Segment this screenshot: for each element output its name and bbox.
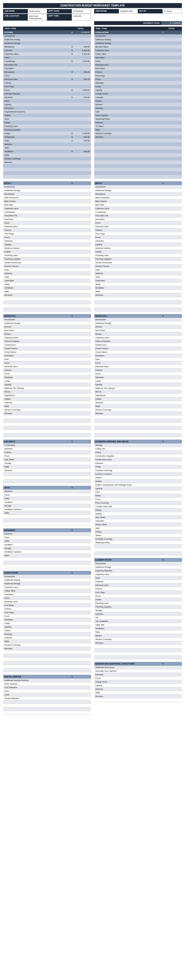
item-value[interactable]	[71, 329, 91, 332]
blank-line-item[interactable]	[94, 143, 182, 146]
blank-line-item[interactable]	[3, 415, 91, 419]
blank-line-item[interactable]	[94, 419, 182, 423]
item-value[interactable]	[161, 228, 182, 232]
line-item[interactable]: Shower Fixtures	[94, 264, 182, 268]
line-item[interactable]: Accessories	[3, 185, 91, 189]
item-value[interactable]	[71, 157, 91, 161]
item-value[interactable]	[161, 512, 182, 515]
line-item[interactable]: Lamps	[3, 622, 91, 625]
item-value[interactable]	[71, 682, 91, 686]
line-item[interactable]: Doors	[94, 60, 182, 63]
item-value[interactable]	[71, 74, 91, 78]
line-item[interactable]: Garage Doors	[94, 680, 182, 684]
item-value[interactable]	[71, 578, 91, 582]
line-item[interactable]: Plants	[94, 494, 182, 498]
item-value[interactable]	[161, 447, 182, 451]
item-value[interactable]	[161, 365, 182, 368]
item-value[interactable]	[161, 318, 182, 321]
line-item[interactable]: Coffee Table	[3, 589, 91, 593]
item-value[interactable]	[161, 695, 182, 698]
item-value[interactable]	[161, 343, 182, 347]
blank-line-item[interactable]	[94, 645, 182, 648]
line-item[interactable]: Windows	[3, 293, 91, 297]
line-item[interactable]: Demolition	[3, 354, 91, 358]
item-value[interactable]	[71, 647, 91, 651]
item-value[interactable]	[71, 451, 91, 454]
line-item[interactable]: End Tables	[94, 67, 182, 70]
line-item[interactable]: Additional Entry Doors	[94, 666, 182, 669]
line-item[interactable]: Floors	[3, 536, 91, 539]
line-item[interactable]: Bureau	[3, 332, 91, 336]
line-item[interactable]: Switches	[3, 272, 91, 275]
line-item[interactable]: Walls	[3, 640, 91, 643]
line-item[interactable]: Decorative Tile	[94, 214, 182, 218]
line-item[interactable]: Ventilation	[3, 286, 91, 290]
line-item[interactable]: Mirrors	[94, 390, 182, 394]
line-item[interactable]: Closet Doors	[94, 343, 182, 347]
item-value[interactable]	[71, 257, 91, 261]
item-value[interactable]	[161, 483, 182, 487]
item-value[interactable]	[71, 390, 91, 394]
line-item[interactable]: Tile Installation	[94, 620, 182, 623]
line-item[interactable]: Outlets	[94, 598, 182, 601]
item-value[interactable]	[71, 290, 91, 293]
item-value[interactable]	[161, 587, 182, 591]
line-item[interactable]: Hardware	[94, 81, 182, 85]
item-value[interactable]	[71, 618, 91, 622]
item-value[interactable]	[71, 189, 91, 192]
line-item[interactable]: Outlets	[3, 397, 91, 401]
line-item[interactable]: Ventilation	[94, 286, 182, 290]
item-value[interactable]	[161, 325, 182, 329]
blank-line-item[interactable]	[94, 415, 182, 419]
line-item[interactable]: Toilet	[3, 275, 91, 279]
line-item[interactable]: Armoire	[3, 325, 91, 329]
line-item[interactable]: Tables	[94, 534, 182, 537]
item-value[interactable]	[71, 192, 91, 196]
blank-line-item[interactable]	[3, 565, 91, 568]
line-item[interactable]: Furniture Cushions	[94, 473, 182, 476]
item-value[interactable]	[71, 550, 91, 554]
line-item[interactable]: Gutters, Downspouts, and Drainage Areas	[94, 483, 182, 487]
line-item[interactable]: Railing	[94, 508, 182, 512]
item-value[interactable]	[71, 228, 91, 232]
item-value[interactable]	[161, 368, 182, 372]
item-value[interactable]	[71, 272, 91, 275]
item-value[interactable]	[71, 454, 91, 458]
line-item[interactable]: Hardware	[94, 239, 182, 243]
line-item[interactable]: Floors	[94, 594, 182, 598]
blank-line-item[interactable]	[3, 561, 91, 565]
item-value[interactable]	[161, 257, 182, 261]
line-item[interactable]: Window Coverings	[94, 132, 182, 135]
item-value[interactable]	[71, 254, 91, 257]
item-value[interactable]	[161, 103, 182, 107]
item-value[interactable]	[71, 636, 91, 640]
line-item[interactable]: Countertops$2,000.00	[3, 60, 91, 63]
blank-line-item[interactable]	[3, 654, 91, 658]
item-value[interactable]	[161, 519, 182, 523]
item-value[interactable]	[71, 401, 91, 404]
item-value[interactable]	[161, 451, 182, 454]
blank-line-item[interactable]	[94, 304, 182, 308]
item-value[interactable]	[71, 92, 91, 95]
line-item[interactable]: Floor Rugs	[3, 85, 91, 88]
item-value[interactable]	[161, 283, 182, 286]
line-item[interactable]: Automatic Door Openers	[94, 669, 182, 673]
item-value[interactable]	[161, 272, 182, 275]
item-value[interactable]	[161, 684, 182, 687]
item-value[interactable]	[71, 689, 91, 693]
line-item[interactable]: Storage	[3, 547, 91, 550]
item-value[interactable]	[161, 565, 182, 569]
item-value[interactable]	[161, 605, 182, 609]
item-value[interactable]	[161, 616, 182, 620]
item-value[interactable]	[161, 361, 182, 365]
item-value[interactable]	[71, 444, 91, 447]
item-value[interactable]	[161, 268, 182, 272]
item-value[interactable]	[161, 576, 182, 580]
item-value[interactable]	[71, 128, 91, 132]
line-item[interactable]: Hardware$250.00	[3, 95, 91, 99]
item-value[interactable]	[71, 268, 91, 272]
line-item[interactable]: Shower Enclosures	[94, 261, 182, 264]
item-value[interactable]	[161, 501, 182, 505]
item-value[interactable]	[161, 476, 182, 480]
item-value[interactable]	[161, 49, 182, 52]
